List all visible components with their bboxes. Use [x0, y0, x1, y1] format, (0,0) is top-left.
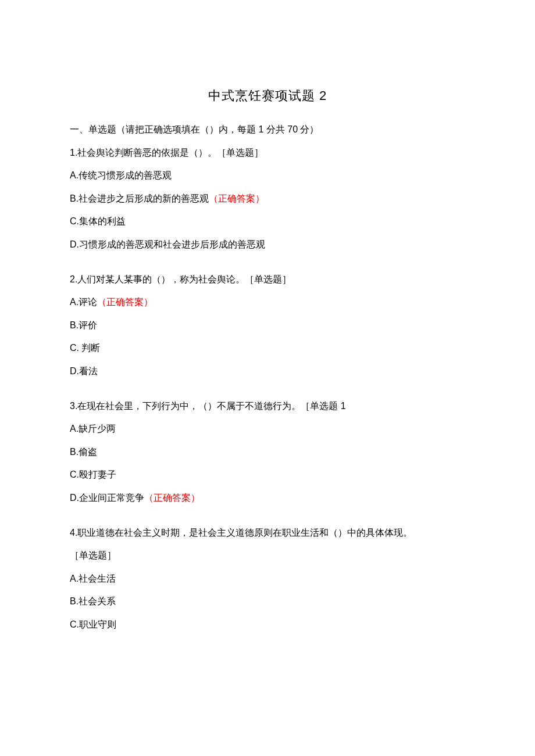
option-label: A [70, 297, 76, 307]
question-number: 1 [70, 148, 75, 157]
correct-answer-label: （正确答案） [209, 194, 265, 203]
option: D.企业间正常竞争（正确答案） [70, 490, 465, 506]
option-label: B [70, 596, 76, 606]
question-stem: 1.社会舆论判断善恶的依据是（）。［单选题］ [70, 145, 465, 160]
correct-answer-label: （正确答案） [97, 297, 153, 307]
option-text: .社会关系 [76, 596, 116, 606]
option-text: . 判断 [77, 343, 101, 353]
option: D.习惯形成的善恶观和社会进步后形成的善恶观 [70, 237, 465, 252]
option-text: .职业守则 [77, 619, 116, 629]
question-stem-line2: ［单选题］ [70, 548, 465, 563]
question-text: .社会舆论判断善恶的依据是（）。［单选题］ [75, 148, 263, 157]
option: B.社会进步之后形成的新的善恶观（正确答案） [70, 191, 465, 206]
option-label: C [70, 216, 77, 226]
question-stem: 4 .职业道德在社会主义时期，是社会主义道德原则在职业生活和（）中的具体体现。 [70, 525, 465, 540]
option-label: B [70, 194, 76, 203]
option: A.评论（正确答案） [70, 295, 465, 310]
option-label: B [70, 447, 76, 457]
correct-answer-label: （正确答案） [144, 493, 200, 503]
option-label: B [70, 320, 76, 330]
option-text: .社会生活 [76, 574, 116, 583]
option-text: .评论 [76, 297, 97, 307]
option-label: D [70, 493, 77, 503]
option: C.殴打妻子 [70, 467, 465, 482]
question-text: .人们对某人某事的（），称为社会舆论。［单选题］ [75, 274, 291, 284]
question-number: 3 [70, 399, 75, 414]
question-number: 2 [70, 272, 75, 287]
option: A.传统习惯形成的善恶观 [70, 168, 465, 183]
option-text: .看法 [77, 366, 98, 376]
option-label: C [70, 470, 77, 479]
option-text: .集体的利益 [77, 216, 126, 226]
option-label: A [70, 424, 76, 433]
option: C.职业守则 [70, 617, 465, 632]
document-page: 中式烹饪赛项试题 2 一、单选题（请把正确选项填在（）内，每题 1 分共 70 … [0, 0, 535, 675]
question-stem: 3 .在现在社会里，下列行为中，（）不属于不道德行为。［单选题 1 [70, 399, 465, 414]
option-text: .社会进步之后形成的新的善恶观 [76, 194, 209, 203]
option-label: C [70, 619, 77, 629]
option: B.偷盗 [70, 445, 465, 460]
option-text: .缺斤少两 [76, 424, 116, 433]
question-number: 4 [70, 525, 75, 540]
option-text: .习惯形成的善恶观和社会进步后形成的善恶观 [77, 239, 265, 249]
option-label: D [70, 239, 77, 249]
option: D.看法 [70, 364, 465, 379]
page-title: 中式烹饪赛项试题 2 [70, 87, 465, 105]
option-label: A [70, 170, 76, 180]
option-label: C [70, 343, 77, 353]
option: C.集体的利益 [70, 214, 465, 229]
option-text: .企业间正常竞争 [77, 493, 144, 503]
option: C. 判断 [70, 341, 465, 356]
question-stem: 2 .人们对某人某事的（），称为社会舆论。［单选题］ [70, 272, 465, 287]
question-text: .职业道德在社会主义时期，是社会主义道德原则在职业生活和（）中的具体体现。 [75, 528, 412, 538]
option-text: .传统习惯形成的善恶观 [76, 170, 172, 180]
option: B.社会关系 [70, 594, 465, 609]
option-text: .评价 [76, 320, 97, 330]
option: B.评价 [70, 318, 465, 333]
option: A.缺斤少两 [70, 421, 465, 436]
option-text: .殴打妻子 [77, 470, 116, 479]
option: A.社会生活 [70, 571, 465, 586]
option-text: .偷盗 [76, 447, 97, 457]
option-label: A [70, 574, 76, 583]
option-label: D [70, 366, 77, 376]
question-text: .在现在社会里，下列行为中，（）不属于不道德行为。［单选题 1 [75, 401, 346, 411]
section-header: 一、单选题（请把正确选项填在（）内，每题 1 分共 70 分） [70, 122, 465, 137]
